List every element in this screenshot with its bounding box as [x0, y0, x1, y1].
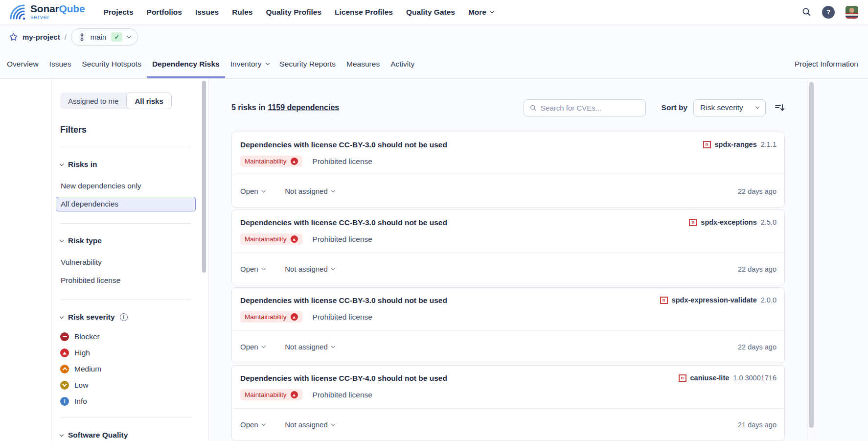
- status-dropdown[interactable]: Open: [240, 265, 265, 273]
- nav-item-portfolios[interactable]: Portfolios: [147, 8, 182, 17]
- filters-sidebar: Assigned to me All risks Filters Risks i…: [51, 79, 209, 441]
- quality-gate-passed-icon: [111, 32, 122, 42]
- severity-option-blocker[interactable]: Blocker: [60, 332, 191, 341]
- risk-title[interactable]: Dependencies with license CC-BY-3.0 shou…: [240, 218, 447, 227]
- assignee-dropdown[interactable]: Not assigned: [285, 420, 334, 429]
- all-risks-toggle[interactable]: All risks: [126, 93, 171, 109]
- assigned-to-me-toggle[interactable]: Assigned to me: [60, 93, 126, 109]
- breadcrumb-separator: /: [65, 33, 67, 41]
- chevron-down-icon: [265, 61, 269, 65]
- filter-option-vulnerability[interactable]: Vulnerability: [56, 255, 196, 270]
- sort-by-label: Sort by: [662, 103, 687, 112]
- severity-option-low[interactable]: Low: [60, 381, 191, 390]
- branch-name: main: [91, 33, 107, 41]
- cve-search-box: [524, 99, 646, 116]
- risk-card: Dependencies with license CC-BY-4.0 shou…: [231, 365, 785, 441]
- status-dropdown[interactable]: Open: [240, 420, 265, 429]
- low-severity-icon: [60, 381, 69, 390]
- risk-title[interactable]: Dependencies with license CC-BY-4.0 shou…: [240, 374, 447, 383]
- info-icon[interactable]: [120, 313, 128, 321]
- main-scrollbar[interactable]: [809, 82, 814, 428]
- filter-option-prohibited-license[interactable]: Prohibited license: [56, 273, 196, 288]
- package-chip[interactable]: spdx-expression-validate 2.0.0: [660, 296, 777, 304]
- chevron-down-icon: [490, 9, 495, 14]
- section-risks-in[interactable]: Risks in: [60, 160, 191, 169]
- tab-overview[interactable]: Overview: [1, 49, 44, 78]
- cve-search-input[interactable]: [541, 104, 640, 112]
- package-chip[interactable]: spdx-ranges 2.1.1: [703, 140, 777, 148]
- nav-item-issues[interactable]: Issues: [195, 8, 219, 17]
- tab-dependency-risks[interactable]: Dependency Risks: [147, 49, 225, 78]
- nav-item-license-profiles[interactable]: License Profiles: [335, 8, 393, 17]
- tab-security-hotspots[interactable]: Security Hotspots: [76, 49, 146, 78]
- chevron-down-icon: [262, 188, 266, 192]
- filters-heading: Filters: [60, 125, 191, 135]
- tab-security-reports[interactable]: Security Reports: [274, 49, 342, 78]
- npm-icon: [689, 219, 697, 226]
- sonarqube-logo[interactable]: SonarQube server: [9, 3, 85, 21]
- tab-activity[interactable]: Activity: [385, 49, 420, 78]
- risk-card: Dependencies with license CC-BY-3.0 shou…: [231, 209, 785, 285]
- package-chip[interactable]: spdx-exceptions 2.5.0: [689, 218, 777, 226]
- favorite-star-icon[interactable]: [9, 32, 18, 42]
- nav-item-rules[interactable]: Rules: [232, 8, 252, 17]
- status-dropdown[interactable]: Open: [240, 187, 265, 195]
- help-icon[interactable]: [822, 6, 835, 19]
- risk-title[interactable]: Dependencies with license CC-BY-3.0 shou…: [240, 296, 447, 305]
- section-risk-severity[interactable]: Risk severity: [60, 313, 191, 322]
- info-severity-icon: [60, 397, 69, 406]
- software-quality-badge: Maintainability: [240, 156, 302, 167]
- high-severity-icon: [291, 235, 298, 243]
- section-software-quality[interactable]: Software Quality: [60, 431, 191, 440]
- project-information-link[interactable]: Project Information: [795, 49, 858, 78]
- top-navbar: SonarQube server Projects Portfolios Iss…: [0, 0, 868, 24]
- global-nav: Projects Portfolios Issues Rules Quality…: [103, 8, 494, 17]
- high-severity-icon: [60, 348, 69, 357]
- user-avatar[interactable]: [845, 6, 858, 19]
- nav-item-quality-gates[interactable]: Quality Gates: [406, 8, 455, 17]
- package-version: 2.5.0: [761, 218, 777, 226]
- package-version: 1.0.30001716: [733, 374, 777, 382]
- severity-option-high[interactable]: High: [60, 348, 191, 357]
- assignee-dropdown[interactable]: Not assigned: [285, 343, 334, 351]
- status-dropdown[interactable]: Open: [240, 343, 265, 351]
- search-icon[interactable]: [802, 7, 811, 17]
- sort-select[interactable]: Risk severity: [693, 99, 766, 116]
- software-quality-badge: Maintainability: [240, 389, 302, 400]
- sidebar-scrollbar[interactable]: [202, 81, 206, 273]
- package-chip[interactable]: caniuse-lite 1.0.30001716: [679, 374, 777, 382]
- project-name-link[interactable]: my-project: [23, 33, 60, 41]
- filter-option-new-dependencies[interactable]: New dependencies only: [56, 179, 196, 193]
- divider: [60, 418, 191, 418]
- package-version: 2.0.0: [761, 296, 777, 304]
- nav-item-projects[interactable]: Projects: [103, 8, 133, 17]
- sort-direction-button[interactable]: [775, 103, 785, 112]
- branch-selector[interactable]: main: [71, 28, 138, 46]
- risk-age: 22 days ago: [738, 187, 777, 195]
- assignee-dropdown[interactable]: Not assigned: [285, 187, 334, 195]
- section-risk-type[interactable]: Risk type: [60, 236, 191, 245]
- tab-measures[interactable]: Measures: [341, 49, 385, 78]
- risk-age: 22 days ago: [738, 265, 777, 273]
- tab-inventory[interactable]: Inventory: [225, 49, 274, 78]
- risk-card-list: Dependencies with license CC-BY-3.0 shou…: [231, 132, 785, 441]
- chevron-down-icon: [755, 105, 759, 109]
- assignee-dropdown[interactable]: Not assigned: [285, 265, 334, 273]
- blocker-severity-icon: [60, 332, 69, 341]
- severity-option-info[interactable]: Info: [60, 397, 191, 406]
- risk-age: 22 days ago: [738, 343, 777, 351]
- chevron-down-icon: [262, 344, 266, 348]
- nav-item-quality-profiles[interactable]: Quality Profiles: [266, 8, 321, 17]
- nav-item-more[interactable]: More: [468, 8, 494, 17]
- software-quality-badge: Maintainability: [240, 233, 302, 245]
- risk-type-label: Prohibited license: [313, 313, 372, 322]
- dependencies-count-link[interactable]: 1159 dependencies: [268, 103, 339, 112]
- risk-card: Dependencies with license CC-BY-3.0 shou…: [231, 287, 785, 363]
- risk-scope-toggle: Assigned to me All risks: [60, 93, 172, 109]
- filter-option-all-dependencies[interactable]: All dependencies: [56, 197, 196, 211]
- risk-card: Dependencies with license CC-BY-3.0 shou…: [231, 132, 785, 208]
- tab-issues[interactable]: Issues: [44, 49, 77, 78]
- severity-option-medium[interactable]: Medium: [60, 365, 191, 373]
- risk-title[interactable]: Dependencies with license CC-BY-3.0 shou…: [240, 140, 447, 149]
- risk-age: 21 days ago: [738, 421, 777, 429]
